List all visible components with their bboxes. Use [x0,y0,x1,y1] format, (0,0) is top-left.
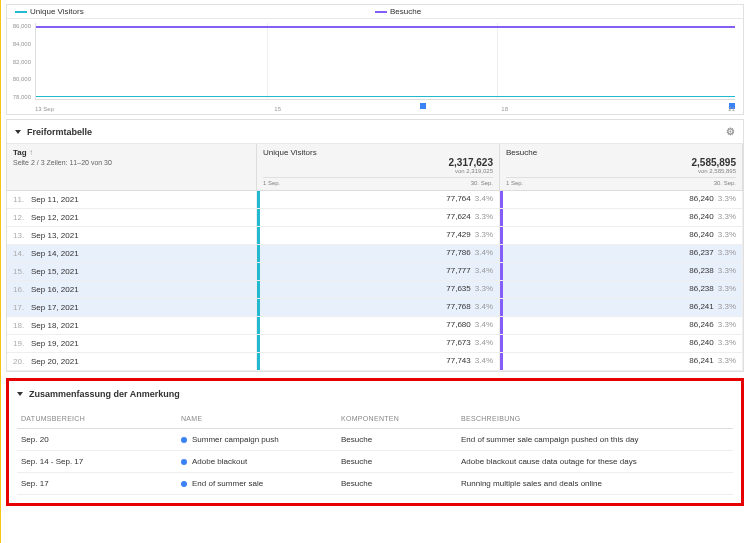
range-to: 30. Sep. [471,180,493,186]
b-value: 86,240 [689,338,713,347]
y-tick: 84,000 [9,41,31,47]
table-row[interactable]: 17.Sep 17, 202177,7683.4%86,2413.3% [7,299,743,317]
b-value: 86,237 [689,248,713,257]
b-value: 86,240 [689,230,713,239]
caret-down-icon[interactable] [17,392,23,396]
pager-pos[interactable]: 2 / 3 [31,159,45,166]
y-axis: 86,000 84,000 82,000 80,000 78,000 [9,23,31,100]
pager-label: Seite [13,159,29,166]
uv-total: 2,317,623 [449,157,494,168]
row-number: 18. [13,321,27,330]
y-tick: 86,000 [9,23,31,29]
b-value: 86,241 [689,302,713,311]
x-tick: 13 Sep [35,106,54,112]
b-pct: 3.3% [718,338,736,347]
uv-value: 77,673 [446,338,470,347]
legend-swatch-uv [15,11,27,13]
table-row[interactable]: 13.Sep 13, 202177,4293.3%86,2403.3% [7,227,743,245]
table-row[interactable]: 20.Sep 20, 202177,7433.4%86,2413.3% [7,353,743,371]
y-tick: 82,000 [9,59,31,65]
uv-pct: 3.4% [475,194,493,203]
dimension-label: Tag [13,148,27,157]
freeform-title-bar: Freiformtabelle ⚙ [7,120,743,144]
anno-date: Sep. 17 [21,479,181,488]
anno-date: Sep. 20 [21,435,181,444]
plot-region [35,23,735,100]
b-pct: 3.3% [718,284,736,293]
anno-component: Besuche [341,435,461,444]
gear-icon[interactable]: ⚙ [726,126,735,137]
x-tick: 15 [274,106,281,112]
annotation-summary-panel: Zusammenfassung der Anmerkung DATUMSBERE… [6,378,744,506]
uv-value: 77,680 [446,320,470,329]
uv-pct: 3.4% [475,356,493,365]
table-row[interactable]: 18.Sep 18, 202177,6803.4%86,2463.3% [7,317,743,335]
b-value: 86,238 [689,284,713,293]
legend-label-besuche: Besuche [390,7,421,16]
y-tick: 78,000 [9,94,31,100]
row-date: Sep 15, 2021 [31,267,79,276]
b-value: 86,238 [689,266,713,275]
color-dot-icon [181,437,187,443]
y-tick: 80,000 [9,76,31,82]
uv-pct: 3.4% [475,248,493,257]
legend-swatch-besuche [375,11,387,13]
anno-name: End of summer sale [192,479,263,488]
row-date: Sep 11, 2021 [31,195,79,204]
b-pct: 3.3% [718,230,736,239]
b-pct: 3.3% [718,302,736,311]
caret-down-icon[interactable] [15,130,21,134]
chart-area[interactable]: 86,000 84,000 82,000 80,000 78,000 13 Se… [7,19,743,114]
row-number: 20. [13,357,27,366]
row-number: 17. [13,303,27,312]
table-row[interactable]: 12.Sep 12, 202177,6243.3%86,2403.3% [7,209,743,227]
rows-value: 11–20 von 30 [69,159,111,166]
uv-pct: 3.4% [475,266,493,275]
uv-value: 77,635 [446,284,470,293]
row-date: Sep 12, 2021 [31,213,79,222]
row-date: Sep 20, 2021 [31,357,79,366]
annotation-row[interactable]: Sep. 17End of summer saleBesucheRunning … [17,473,733,495]
b-pct: 3.3% [718,266,736,275]
table-row[interactable]: 14.Sep 14, 202177,7863.4%86,2373.3% [7,245,743,263]
uv-pct: 3.3% [475,212,493,221]
table-row[interactable]: 11.Sep 11, 202177,7643.4%86,2403.3% [7,191,743,209]
row-number: 15. [13,267,27,276]
annotation-row[interactable]: Sep. 14 - Sep. 17Adobe blackoutBesucheAd… [17,451,733,473]
uv-pct: 3.3% [475,284,493,293]
anno-desc: End of summer sale campaign pushed on th… [461,435,729,444]
table-row[interactable]: 15.Sep 15, 202177,7773.4%86,2383.3% [7,263,743,281]
anno-date: Sep. 14 - Sep. 17 [21,457,181,466]
anno-desc: Adobe blackout cause data outage for the… [461,457,729,466]
x-tick: 21 [728,106,735,112]
color-dot-icon [181,459,187,465]
uv-pct: 3.4% [475,302,493,311]
b-pct: 3.3% [718,248,736,257]
col-name: NAME [181,415,341,422]
anno-name: Adobe blackout [192,457,247,466]
annotation-row[interactable]: Sep. 20Summer campaign pushBesucheEnd of… [17,429,733,451]
uv-value: 77,786 [446,248,470,257]
metric-header-besuche[interactable]: Besuche [506,148,736,157]
anno-desc: Running multiple sales and deals online [461,479,729,488]
col-comp: KOMPONENTEN [341,415,461,422]
uv-sub: von 2,319,025 [455,168,493,174]
col-date: DATUMSBEREICH [21,415,181,422]
freeform-table-panel: Freiformtabelle ⚙ Tag ↑ Seite 2 / 3 Zeil… [6,119,744,372]
row-number: 19. [13,339,27,348]
table-row[interactable]: 19.Sep 19, 202177,6733.4%86,2403.3% [7,335,743,353]
row-date: Sep 19, 2021 [31,339,79,348]
x-axis: 13 Sep 15 18 21 [35,106,735,112]
b-value: 86,246 [689,320,713,329]
x-tick: 18 [501,106,508,112]
b-total: 2,585,895 [692,157,737,168]
legend-label-uv: Unique Visitors [30,7,84,16]
b-pct: 3.3% [718,356,736,365]
freeform-title: Freiformtabelle [27,127,92,137]
table-body: 11.Sep 11, 202177,7643.4%86,2403.3%12.Se… [7,191,743,371]
row-number: 13. [13,231,27,240]
range-from: 1 Sep. [506,180,523,186]
table-row[interactable]: 16.Sep 16, 202177,6353.3%86,2383.3% [7,281,743,299]
anno-name: Summer campaign push [192,435,279,444]
metric-header-uv[interactable]: Unique Visitors [263,148,493,157]
